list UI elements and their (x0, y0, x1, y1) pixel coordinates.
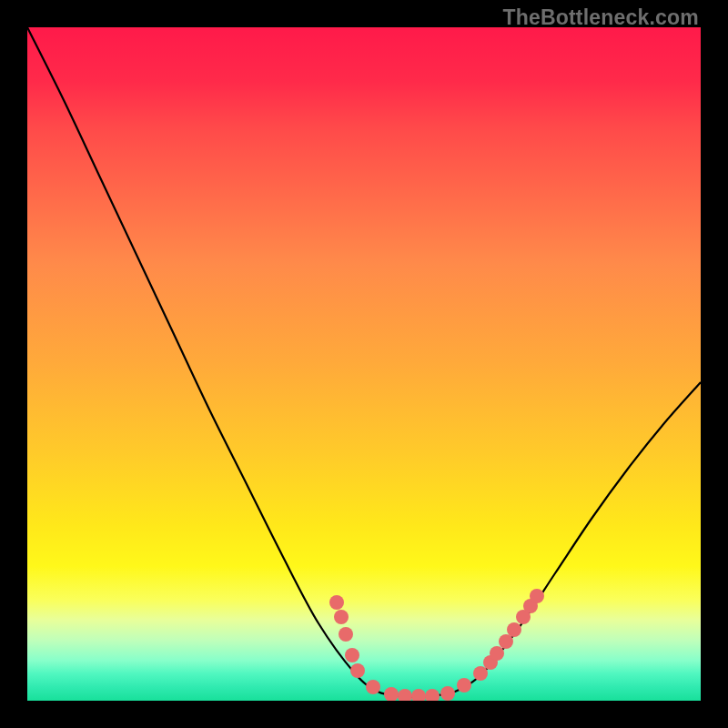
watermark-text: TheBottleneck.com (502, 5, 699, 30)
chart-plot-area (27, 27, 701, 701)
